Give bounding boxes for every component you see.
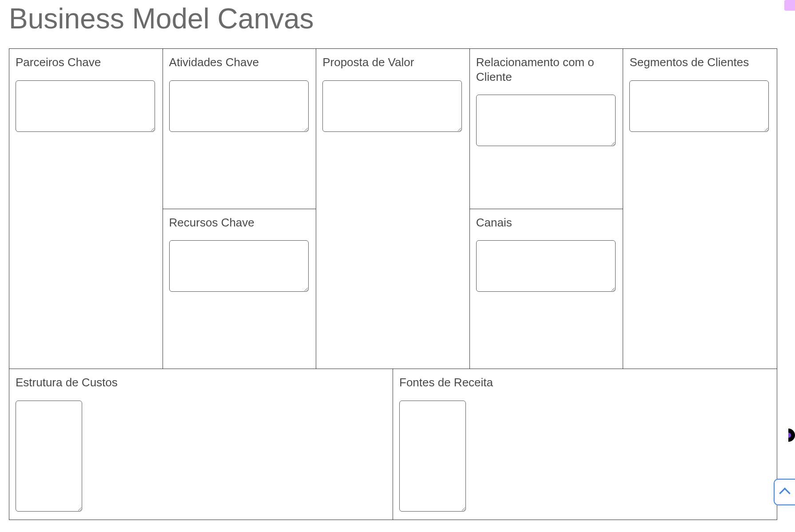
- col-activities-resources: Atividades Chave Recursos Chave: [163, 49, 317, 369]
- label-channels: Canais: [476, 215, 617, 230]
- label-key-activities: Atividades Chave: [169, 55, 310, 70]
- label-customer-relationships: Relacionamento com o Cliente: [476, 55, 617, 84]
- canvas-top-row: Parceiros Chave Atividades Chave Recurso…: [9, 49, 777, 369]
- input-channels[interactable]: [476, 240, 616, 292]
- cell-key-resources: Recursos Chave: [163, 209, 316, 369]
- input-key-activities[interactable]: [169, 80, 309, 132]
- col-customer-segments: Segmentos de Clientes: [623, 49, 777, 369]
- input-customer-segments[interactable]: [629, 80, 769, 132]
- input-customer-relationships[interactable]: [476, 95, 616, 146]
- input-key-resources[interactable]: [169, 240, 309, 292]
- top-right-badge: [784, 0, 795, 11]
- label-key-partners: Parceiros Chave: [16, 55, 156, 70]
- cell-key-activities: Atividades Chave: [163, 49, 316, 209]
- cell-value-proposition: Proposta de Valor: [316, 49, 469, 369]
- cell-customer-segments: Segmentos de Clientes: [623, 49, 777, 369]
- label-revenue-streams: Fontes de Receita: [399, 375, 771, 390]
- col-relationships-channels: Relacionamento com o Cliente Canais: [470, 49, 624, 369]
- cell-revenue-streams: Fontes de Receita: [393, 369, 777, 520]
- chevron-up-icon: [779, 488, 790, 499]
- label-value-proposition: Proposta de Valor: [322, 55, 463, 70]
- cell-customer-relationships: Relacionamento com o Cliente: [470, 49, 623, 209]
- label-key-resources: Recursos Chave: [169, 215, 310, 230]
- label-customer-segments: Segmentos de Clientes: [629, 55, 771, 70]
- cell-cost-structure: Estrutura de Custos: [9, 369, 393, 520]
- canvas-bottom-row: Estrutura de Custos Fontes de Receita: [9, 369, 777, 520]
- col-value-proposition: Proposta de Valor: [316, 49, 470, 369]
- input-value-proposition[interactable]: [322, 80, 462, 132]
- scroll-to-top-button[interactable]: [774, 479, 795, 505]
- help-widget-button[interactable]: [782, 429, 795, 442]
- page-title: Business Model Canvas: [9, 2, 786, 35]
- input-cost-structure[interactable]: [16, 401, 82, 512]
- label-cost-structure: Estrutura de Custos: [16, 375, 386, 390]
- col-key-partners: Parceiros Chave: [9, 49, 163, 369]
- cell-channels: Canais: [470, 209, 623, 369]
- cell-key-partners: Parceiros Chave: [9, 49, 163, 369]
- business-model-canvas: Parceiros Chave Atividades Chave Recurso…: [9, 48, 777, 520]
- input-key-partners[interactable]: [16, 80, 155, 132]
- input-revenue-streams[interactable]: [399, 401, 466, 512]
- help-widget-icon: [786, 433, 791, 438]
